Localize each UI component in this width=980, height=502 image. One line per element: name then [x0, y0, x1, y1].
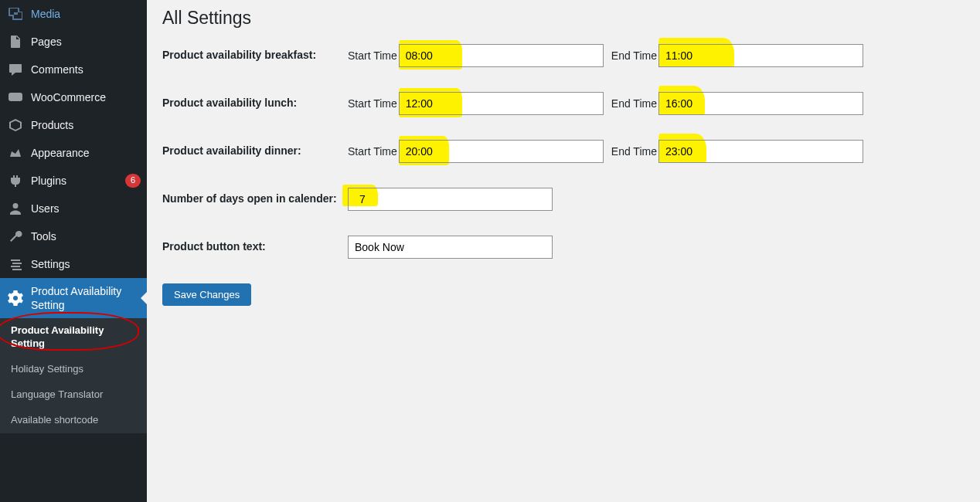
- sidebar-item-settings[interactable]: Settings: [0, 250, 147, 278]
- submenu-holiday-settings[interactable]: Holiday Settings: [0, 357, 147, 382]
- sidebar-item-label: Appearance: [31, 146, 141, 160]
- sidebar-item-comments[interactable]: Comments: [0, 56, 147, 83]
- pages-icon: [8, 34, 23, 49]
- admin-sidebar: Media Pages Comments WooCommerce Product…: [0, 0, 147, 502]
- woo-icon: [8, 90, 23, 105]
- start-time-label: Start Time: [348, 49, 397, 62]
- days-open-input[interactable]: [348, 188, 553, 211]
- label-button-text: Product button text:: [162, 236, 348, 253]
- main-content: All Settings Product availability breakf…: [147, 0, 980, 502]
- products-icon: [8, 117, 23, 133]
- sidebar-item-label: Products: [31, 118, 141, 132]
- lunch-end-input[interactable]: [658, 92, 863, 115]
- row-lunch: Product availability lunch: Start Time E…: [162, 92, 965, 115]
- sidebar-item-products[interactable]: Products: [0, 111, 147, 139]
- label-breakfast: Product availability breakfast:: [162, 44, 348, 61]
- sidebar-item-tools[interactable]: Tools: [0, 222, 147, 250]
- sidebar-item-label: Users: [31, 202, 141, 215]
- end-time-label: End Time: [611, 145, 657, 158]
- sidebar-item-label: Plugins: [31, 174, 121, 188]
- plugins-icon: [8, 173, 23, 188]
- start-time-label: Start Time: [348, 97, 397, 110]
- label-days-open: Number of days open in calender:: [162, 188, 348, 205]
- button-text-input[interactable]: [348, 236, 553, 259]
- breakfast-end-input[interactable]: [658, 44, 863, 67]
- sidebar-item-label: Pages: [31, 35, 141, 49]
- settings-icon: [8, 256, 23, 272]
- label-lunch: Product availability lunch:: [162, 92, 348, 109]
- svg-rect-0: [9, 93, 22, 101]
- appearance-icon: [8, 145, 23, 161]
- sidebar-item-label: WooCommerce: [31, 90, 141, 104]
- plugins-update-badge: 6: [125, 174, 141, 187]
- comments-icon: [8, 62, 23, 77]
- media-icon: [8, 6, 23, 22]
- breakfast-start-input[interactable]: [399, 44, 604, 67]
- users-icon: [8, 201, 23, 216]
- sidebar-item-label: Settings: [31, 257, 141, 271]
- sidebar-item-pages[interactable]: Pages: [0, 28, 147, 56]
- start-time-label: Start Time: [348, 145, 397, 158]
- gear-icon: [8, 290, 23, 306]
- tools-icon: [8, 229, 23, 244]
- sidebar-item-plugins[interactable]: Plugins 6: [0, 167, 147, 195]
- lunch-start-input[interactable]: [399, 92, 604, 115]
- row-button-text: Product button text:: [162, 236, 965, 259]
- sidebar-submenu: Product Availability Setting Holiday Set…: [0, 318, 147, 432]
- row-days-open: Number of days open in calender:: [162, 188, 965, 211]
- sidebar-item-media[interactable]: Media: [0, 0, 147, 28]
- submenu-available-shortcode[interactable]: Available shortcode: [0, 408, 147, 433]
- end-time-label: End Time: [611, 49, 657, 62]
- sidebar-item-users[interactable]: Users: [0, 195, 147, 222]
- sidebar-item-product-availability[interactable]: Product Availability Setting: [0, 278, 147, 318]
- sidebar-item-appearance[interactable]: Appearance: [0, 139, 147, 167]
- row-breakfast: Product availability breakfast: Start Ti…: [162, 44, 965, 67]
- sidebar-item-label: Comments: [31, 63, 141, 76]
- dinner-start-input[interactable]: [399, 140, 604, 163]
- label-dinner: Product availability dinner:: [162, 140, 348, 157]
- row-dinner: Product availability dinner: Start Time …: [162, 140, 965, 163]
- sidebar-item-label: Tools: [31, 229, 141, 243]
- page-title: All Settings: [162, 8, 965, 29]
- end-time-label: End Time: [611, 97, 657, 110]
- sidebar-item-label: Product Availability Setting: [31, 284, 141, 312]
- submenu-product-availability-setting[interactable]: Product Availability Setting: [0, 318, 147, 357]
- sidebar-item-woocommerce[interactable]: WooCommerce: [0, 83, 147, 111]
- save-button[interactable]: Save Changes: [162, 283, 251, 306]
- dinner-end-input[interactable]: [658, 140, 863, 163]
- submenu-language-translator[interactable]: Language Translator: [0, 382, 147, 408]
- sidebar-item-label: Media: [31, 7, 141, 21]
